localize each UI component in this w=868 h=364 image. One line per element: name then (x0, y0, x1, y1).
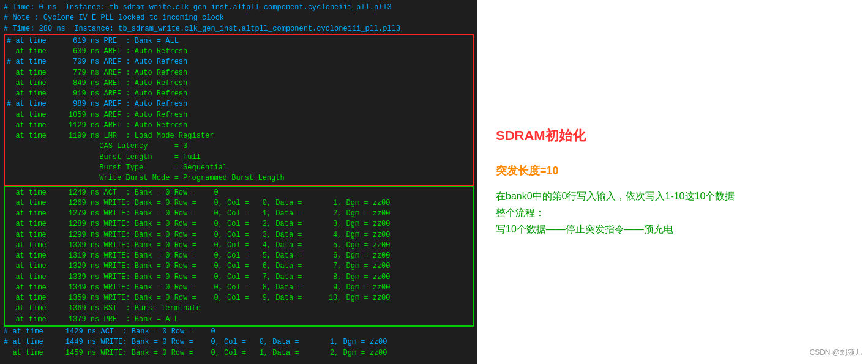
write-line-5: at time 1299 ns WRITE: Bank = 0 Row = 0,… (7, 230, 471, 240)
header-line-3: # Time: 280 ns Instance: tb_sdram_write.… (4, 24, 474, 34)
init-line-8: at time 1059 ns AREF : Auto Refresh (7, 110, 471, 121)
right-panel: SDRAM初始化 突发长度=10 在bank0中的第0行写入输入，依次写入1-1… (477, 0, 868, 364)
write-line-4: at time 1289 ns WRITE: Bank = 0 Row = 0,… (7, 219, 471, 229)
write-line-8: at time 1329 ns WRITE: Bank = 0 Row = 0,… (7, 261, 471, 272)
write-line-6: at time 1309 ns WRITE: Bank = 0 Row = 0,… (7, 240, 471, 251)
desc-line-2: 整个流程： (496, 204, 735, 221)
description: 在bank0中的第0行写入输入，依次写入1-10这10个数据 整个流程： 写10… (496, 188, 735, 238)
init-line-4: at time 779 ns AREF : Auto Refresh (7, 68, 471, 78)
write-line-3: at time 1279 ns WRITE: Bank = 0 Row = 0,… (7, 209, 471, 219)
init-line-10: at time 1199 ns LMR : Load Mode Register (7, 131, 471, 141)
write-line-1: at time 1249 ns ACT : Bank = 0 Row = 0 (7, 188, 471, 198)
write-line-10: at time 1349 ns WRITE: Bank = 0 Row = 0,… (7, 283, 471, 293)
init-line-7: # at time 989 ns AREF : Auto Refresh (7, 99, 471, 110)
cont-line-3: at time 1459 ns WRITE: Bank = 0 Row = 0,… (4, 348, 474, 358)
write-line-13: at time 1379 ns PRE : Bank = ALL (7, 314, 471, 325)
init-line-3: # at time 709 ns AREF : Auto Refresh (7, 57, 471, 67)
desc-line-1: 在bank0中的第0行写入输入，依次写入1-10这10个数据 (496, 188, 735, 204)
init-section: # at time 619 ns PRE : Bank = ALL at tim… (4, 34, 474, 186)
header-line-1: # Time: 0 ns Instance: tb_sdram_write.cl… (4, 2, 474, 13)
init-line-11: CAS Latency = 3 (7, 141, 471, 152)
write-line-2: at time 1269 ns WRITE: Bank = 0 Row = 0,… (7, 198, 471, 209)
write-line-11: at time 1359 ns WRITE: Bank = 0 Row = 0,… (7, 293, 471, 303)
init-line-9: at time 1129 ns AREF : Auto Refresh (7, 121, 471, 131)
sdram-title: SDRAM初始化 (496, 127, 586, 145)
init-line-6: at time 919 ns AREF : Auto Refresh (7, 89, 471, 99)
desc-line-3: 写10个数据——停止突发指令——预充电 (496, 221, 735, 237)
write-section: at time 1249 ns ACT : Bank = 0 Row = 0 a… (4, 186, 474, 327)
log-panel: # Time: 0 ns Instance: tb_sdram_write.cl… (0, 0, 477, 364)
write-line-7: at time 1319 ns WRITE: Bank = 0 Row = 0,… (7, 251, 471, 261)
init-line-14: Write Burst Mode = Programmed Burst Leng… (7, 173, 471, 184)
burst-label: 突发长度=10 (496, 163, 559, 178)
write-line-12: at time 1369 ns BST : Burst Terminate (7, 303, 471, 314)
init-line-1: # at time 619 ns PRE : Bank = ALL (7, 36, 471, 46)
init-line-12: Burst Length = Full (7, 152, 471, 163)
cont-line-2: # at time 1449 ns WRITE: Bank = 0 Row = … (4, 337, 474, 347)
cont-line-1: # at time 1429 ns ACT : Bank = 0 Row = 0 (4, 327, 474, 337)
init-line-13: Burst Type = Sequential (7, 163, 471, 173)
write-line-9: at time 1339 ns WRITE: Bank = 0 Row = 0,… (7, 272, 471, 283)
watermark: CSDN @刘颜儿 (809, 347, 862, 358)
init-line-5: at time 849 ns AREF : Auto Refresh (7, 78, 471, 89)
header-line-2: # Note : Cyclone IV E PLL locked to inco… (4, 13, 474, 23)
init-line-2: at time 639 ns AREF : Auto Refresh (7, 46, 471, 57)
